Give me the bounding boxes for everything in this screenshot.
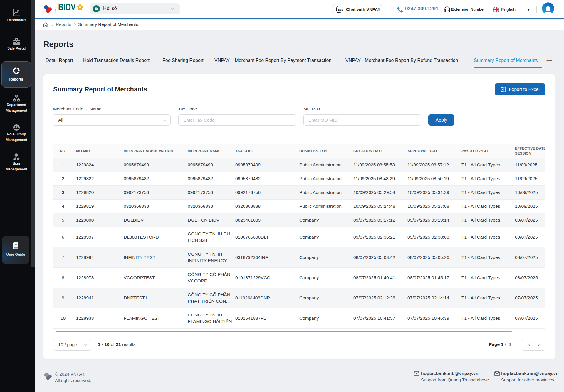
svg-text:Zalo: Zalo [338, 8, 343, 11]
